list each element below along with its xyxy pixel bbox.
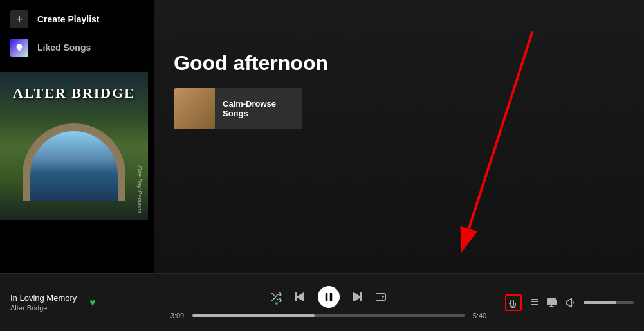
create-playlist-label: Create Playlist <box>37 14 100 24</box>
track-text: In Loving Memory Alter Bridge <box>10 293 77 312</box>
album-band-name: ALTER BRIDGE <box>0 85 148 102</box>
queue-button[interactable] <box>529 298 540 308</box>
album-arch-decoration <box>23 123 125 201</box>
player-controls: 3:09 5:40 <box>152 286 505 319</box>
album-art[interactable]: ALTER BRIDGE One Day Remains <box>0 72 148 220</box>
lyrics-button[interactable] <box>505 294 522 311</box>
greeting-text: Good afternoon <box>174 51 625 75</box>
volume-bar[interactable] <box>584 301 634 304</box>
sidebar-item-liked-songs[interactable]: Liked Songs <box>0 33 154 62</box>
content-area: Good afternoon Calm-Drowse Songs <box>154 0 644 273</box>
cards-row: Calm-Drowse Songs <box>174 88 625 129</box>
devices-button[interactable] <box>547 298 558 308</box>
repeat-button[interactable] <box>376 292 386 302</box>
sidebar-item-create-playlist[interactable]: + Create Playlist <box>0 5 154 33</box>
next-button[interactable] <box>353 292 363 302</box>
player-bar: In Loving Memory Alter Bridge ♥ <box>0 273 644 331</box>
controls-buttons <box>271 286 386 308</box>
album-art-container: ALTER BRIDGE One Day Remains <box>0 67 154 273</box>
sidebar: + Create Playlist Liked Songs ALTER BRID… <box>0 0 154 273</box>
band-name-text: ALTER BRIDGE <box>0 85 148 102</box>
like-button[interactable]: ♥ <box>89 297 96 309</box>
time-total: 5:40 <box>470 312 490 319</box>
create-playlist-icon: + <box>10 10 28 28</box>
card-label: Calm-Drowse Songs <box>215 99 302 118</box>
album-art-inner: ALTER BRIDGE One Day Remains <box>0 72 148 220</box>
player-right-controls <box>505 294 634 311</box>
progress-bar-fill <box>192 314 315 317</box>
annotation-arrow <box>154 0 644 273</box>
shuffle-button[interactable] <box>271 292 282 302</box>
track-artist: Alter Bridge <box>10 304 77 312</box>
liked-songs-icon <box>10 39 28 57</box>
album-subtitle: One Day Remains <box>136 166 143 213</box>
card-thumbnail <box>174 88 215 129</box>
volume-bar-fill <box>584 301 616 304</box>
player-track-info: In Loving Memory Alter Bridge ♥ <box>10 293 152 312</box>
liked-songs-label: Liked Songs <box>37 42 91 53</box>
progress-bar[interactable] <box>192 314 465 317</box>
sidebar-nav: + Create Playlist Liked Songs <box>0 0 154 67</box>
card-calm-drowse[interactable]: Calm-Drowse Songs <box>174 88 302 129</box>
time-current: 3:09 <box>168 312 187 319</box>
volume-button[interactable] <box>566 298 576 308</box>
progress-row: 3:09 5:40 <box>168 312 490 319</box>
track-name: In Loving Memory <box>10 293 77 303</box>
previous-button[interactable] <box>295 292 305 302</box>
pause-button[interactable] <box>318 286 340 308</box>
